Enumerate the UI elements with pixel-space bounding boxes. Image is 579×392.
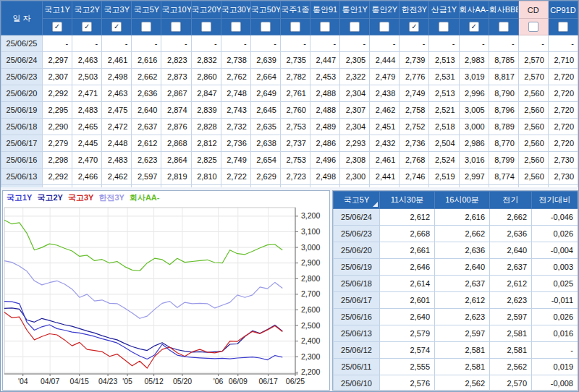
row-date: 25/06/20	[334, 242, 380, 259]
table-row[interactable]: 25/06/162,2982,4702,4832,6232,8642,8252,…	[1, 152, 578, 169]
rate-cell: 2,623	[490, 292, 532, 309]
rate-cell: 2,472	[102, 119, 132, 135]
column-checkbox-msb-1y[interactable]	[350, 22, 360, 32]
rate-cell: 2,279	[43, 135, 72, 152]
rate-cell: 2,664	[250, 69, 280, 85]
rate-cell: 2,732	[221, 119, 250, 135]
rate-cell: 2,498	[102, 69, 132, 85]
row-date: 25/06/17	[1, 135, 43, 152]
row-date: 25/06/10	[334, 375, 380, 391]
column-checkbox-ktb-30y[interactable]	[231, 22, 241, 32]
column-checkbox-ktb-20y[interactable]	[201, 22, 211, 32]
intraday-row[interactable]: 25/06/162,6402,6232,5970,026	[334, 309, 578, 325]
ktb5y-intraday-grid: 국고5Y11시30분16시00분전기전기대비25/06/242,6122,616…	[333, 191, 578, 391]
rate-cell: 2,574	[380, 342, 435, 359]
rate-cell: 2,290	[43, 119, 72, 135]
change-cell: -0,004	[532, 242, 578, 259]
rate-cell: 2,483	[102, 152, 132, 169]
column-checkbox-ktb-3y[interactable]: ✓	[111, 22, 122, 32]
rate-cell: 2,445	[72, 135, 102, 152]
column-checkbox-nhb-1[interactable]	[290, 22, 300, 32]
rate-cell: 2,560	[518, 85, 548, 102]
table-row[interactable]: 25/06/132,2922,4662,4622,5972,8192,8102,…	[1, 169, 578, 185]
rate-cell: 8,770	[489, 135, 518, 152]
rate-cell: -	[102, 35, 132, 52]
intraday-col-header-3[interactable]: 전기	[490, 192, 532, 209]
col-header-ktb-20y[interactable]: 국고20Y	[191, 1, 221, 19]
rate-cell: 2,735	[280, 52, 310, 69]
col-header-ktb-5y[interactable]: 국고5Y	[132, 1, 161, 19]
intraday-row[interactable]: 25/06/242,6122,6162,662-0,046	[334, 209, 578, 226]
rate-cell: 2,513	[429, 85, 459, 102]
rate-cell: 2,463	[72, 52, 102, 69]
intraday-row[interactable]: 25/06/112,5552,5812,5620,019	[334, 359, 578, 375]
column-checkbox-kdb-1y[interactable]	[439, 22, 449, 32]
intraday-row[interactable]: 25/06/202,6612,6362,640-0,004	[334, 242, 578, 259]
col-header-ktb-30y[interactable]: 국고30Y	[221, 1, 250, 19]
col-header-kepco-3y[interactable]: 한전3Y	[400, 1, 429, 19]
col-checkbox-cell-ktb-50y	[250, 19, 280, 35]
column-checkbox-ktb-5y[interactable]	[141, 22, 151, 32]
rate-cell: 2,513	[429, 52, 459, 69]
rate-cell: 2,612	[435, 292, 490, 309]
table-row[interactable]: 25/06/192,2952,4832,4752,6402,8742,8392,…	[1, 102, 578, 119]
rate-cell: 2,662	[132, 69, 161, 85]
col-header-ktb-2y[interactable]: 국고2Y	[72, 1, 102, 19]
rate-cell: 2,612	[380, 209, 435, 226]
intraday-col-header-0[interactable]: 국고5Y	[334, 192, 380, 209]
col-header-msb-91[interactable]: 통안91	[310, 1, 339, 19]
col-header-cd[interactable]: CD	[518, 1, 548, 19]
column-checkbox-cp91d[interactable]	[558, 22, 568, 32]
column-checkbox-ktb-10y[interactable]	[171, 22, 181, 32]
column-checkbox-ktb-50y[interactable]	[261, 22, 271, 32]
column-checkbox-corp-aa[interactable]: ✓	[469, 22, 479, 32]
col-header-cp91d[interactable]: CP91D	[548, 1, 578, 19]
col-header-ktb-3y[interactable]: 국고3Y	[102, 1, 132, 19]
col-checkbox-cell-cd	[518, 19, 548, 35]
table-row[interactable]: 25/06/25------------------	[1, 35, 578, 52]
rate-cell: 2,738	[221, 52, 250, 69]
rate-cell: -	[459, 35, 489, 52]
intraday-row[interactable]: 25/06/102,5762,5622,570-0,008	[334, 375, 578, 391]
col-header-msb-2y[interactable]: 통안2Y	[370, 1, 400, 19]
table-row[interactable]: 25/06/242,2972,4632,4612,6162,8232,8322,…	[1, 52, 578, 69]
rate-cell: 2,479	[370, 69, 400, 85]
table-row[interactable]: 25/06/172,2792,4452,4482,6122,8682,8122,…	[1, 135, 578, 152]
column-checkbox-msb-91[interactable]	[320, 22, 330, 32]
rate-cell: 2,307	[43, 69, 72, 85]
col-header-ktb-50y[interactable]: 국고50Y	[250, 1, 280, 19]
column-checkbox-msb-2y[interactable]	[379, 22, 389, 32]
column-checkbox-corp-bbb[interactable]	[499, 22, 509, 32]
col-header-ktb-10y[interactable]: 국고10Y	[161, 1, 191, 19]
intraday-row[interactable]: 25/06/192,6462,6402,6370,003	[334, 259, 578, 276]
column-checkbox-ktb-1y[interactable]: ✓	[52, 22, 62, 32]
intraday-row[interactable]: 25/06/132,5792,5972,5810,016	[334, 325, 578, 342]
column-checkbox-ktb-2y[interactable]: ✓	[82, 22, 92, 32]
bond-yield-screen: 일 자국고1Y국고2Y국고3Y국고5Y국고10Y국고20Y국고30Y국고50Y국…	[0, 0, 579, 392]
rate-cell: 2,867	[161, 85, 191, 102]
intraday-row[interactable]: 25/06/172,6012,6122,623-0,011	[334, 292, 578, 309]
column-checkbox-kepco-3y[interactable]: ✓	[409, 22, 419, 32]
intraday-col-header-2[interactable]: 16시00분	[435, 192, 490, 209]
intraday-row[interactable]: 25/06/122,5742,5812,581-	[334, 342, 578, 359]
intraday-col-header-4[interactable]: 전기대비	[532, 192, 578, 209]
rate-cell: 2,762	[221, 69, 250, 85]
rate-cell: 2,466	[72, 169, 102, 185]
rate-cell: 2,782	[280, 69, 310, 85]
table-row[interactable]: 25/06/232,3072,5032,4982,6622,8732,8602,…	[1, 69, 578, 85]
intraday-row[interactable]: 25/06/232,6682,6622,6360,026	[334, 226, 578, 242]
rate-cell: 2,597	[435, 325, 490, 342]
col-header-nhb-1[interactable]: 국주1종	[280, 1, 310, 19]
table-row[interactable]: 25/06/202,2922,4712,4632,6362,8672,8472,…	[1, 85, 578, 102]
column-checkbox-cd[interactable]	[528, 22, 538, 32]
rate-cell: -	[132, 35, 161, 52]
table-row[interactable]: 25/06/182,2902,4652,4722,6372,8762,8282,…	[1, 119, 578, 135]
intraday-col-header-1[interactable]: 11시30분	[380, 192, 435, 209]
col-header-corp-aa[interactable]: 회사AA-	[459, 1, 489, 19]
col-header-msb-1y[interactable]: 통안1Y	[340, 1, 370, 19]
col-header-kdb-1y[interactable]: 산금1Y	[429, 1, 459, 19]
col-header-corp-bbb[interactable]: 회사BBB-	[489, 1, 518, 19]
col-checkbox-cell-ktb-5y	[132, 19, 161, 35]
col-header-ktb-1y[interactable]: 국고1Y	[43, 1, 72, 19]
intraday-row[interactable]: 25/06/182,6142,6372,6120,025	[334, 276, 578, 292]
